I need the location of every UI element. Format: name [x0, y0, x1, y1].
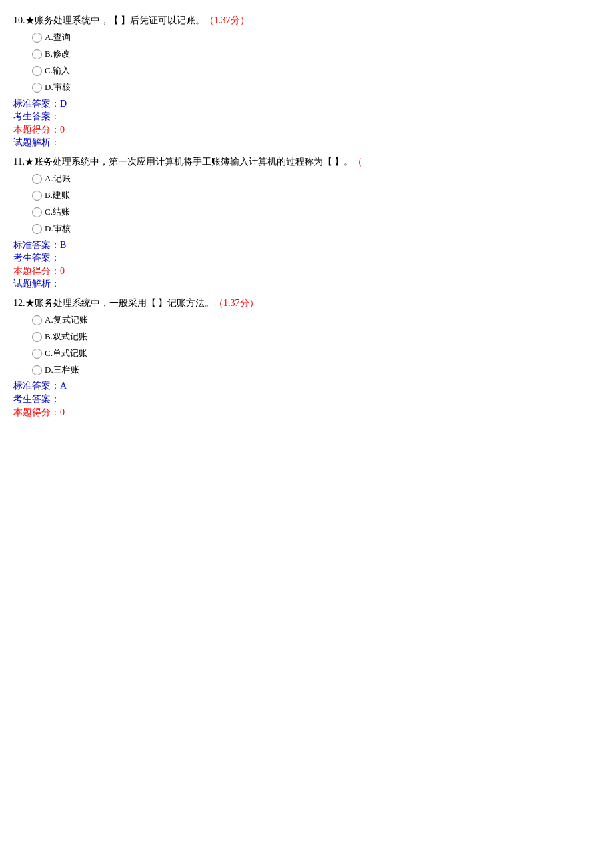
option-a[interactable]: A.记账 — [32, 172, 600, 186]
option-label: C.单式记账 — [45, 347, 87, 361]
question-11: 11.★账务处理系统中，第一次应用计算机将手工账簿输入计算机的过程称为【 】。（… — [13, 155, 600, 291]
options-list: A.查询 B.修改 C.输入 D.审核 — [13, 31, 600, 94]
option-d[interactable]: D.三栏账 — [32, 363, 600, 377]
option-d[interactable]: D.审核 — [32, 222, 600, 236]
standard-answer: 标准答案：A — [13, 379, 600, 393]
question-analysis: 试题解析： — [13, 277, 600, 291]
question-star: ★ — [25, 298, 35, 308]
question-score-earned: 本题得分：0 — [13, 265, 600, 278]
answer-section: 标准答案：B 考生答案： 本题得分：0 试题解析： — [13, 239, 600, 291]
question-text: 账务处理系统中，【 】后凭证可以记账。 — [35, 15, 205, 25]
student-answer: 考生答案： — [13, 110, 600, 123]
option-label: A.复式记账 — [45, 313, 88, 327]
radio-icon — [32, 66, 42, 76]
standard-answer: 标准答案：D — [13, 97, 600, 111]
option-a[interactable]: A.复式记账 — [32, 313, 600, 327]
option-c[interactable]: C.结账 — [32, 205, 600, 219]
option-label: D.审核 — [45, 222, 71, 236]
radio-icon — [32, 33, 42, 43]
question-header: 12.★账务处理系统中，一般采用【 】记账方法。（1.37分） — [13, 296, 600, 311]
student-answer: 考生答案： — [13, 251, 600, 265]
question-number: 12. — [13, 298, 25, 308]
question-score: （1.37分） — [205, 15, 249, 25]
question-score: （1.37分） — [214, 298, 259, 308]
option-c[interactable]: C.输入 — [32, 64, 600, 78]
answer-section: 标准答案：D 考生答案： 本题得分：0 试题解析： — [13, 97, 600, 149]
question-header: 11.★账务处理系统中，第一次应用计算机将手工账簿输入计算机的过程称为【 】。（ — [13, 155, 600, 169]
option-label: D.审核 — [45, 81, 71, 95]
option-b[interactable]: B.建账 — [32, 189, 600, 203]
question-header: 10.★账务处理系统中，【 】后凭证可以记账。（1.37分） — [13, 13, 600, 28]
question-score: （ — [353, 157, 362, 167]
option-b[interactable]: B.修改 — [32, 47, 600, 61]
option-label: B.建账 — [45, 189, 70, 203]
question-text: 账务处理系统中，一般采用【 】记账方法。 — [35, 298, 215, 308]
options-list: A.复式记账 B.双式记账 C.单式记账 D.三栏账 — [13, 313, 600, 377]
options-list: A.记账 B.建账 C.结账 D.审核 — [13, 172, 600, 235]
option-c[interactable]: C.单式记账 — [32, 347, 600, 361]
radio-icon — [32, 49, 42, 59]
answer-section: 标准答案：A 考生答案： 本题得分：0 — [13, 379, 600, 419]
standard-answer: 标准答案：B — [13, 239, 600, 252]
option-d[interactable]: D.审核 — [32, 81, 600, 95]
option-label: C.结账 — [45, 205, 70, 219]
option-label: A.查询 — [45, 31, 71, 45]
student-answer: 考生答案： — [13, 393, 600, 406]
quiz-container: 10.★账务处理系统中，【 】后凭证可以记账。（1.37分） A.查询 B.修改… — [13, 13, 600, 419]
radio-icon — [32, 191, 42, 201]
radio-icon — [32, 315, 42, 325]
radio-icon — [32, 365, 42, 375]
question-star: ★ — [25, 15, 35, 25]
option-b[interactable]: B.双式记账 — [32, 330, 600, 344]
radio-icon — [32, 224, 42, 234]
question-analysis: 试题解析： — [13, 136, 600, 149]
radio-icon — [32, 332, 42, 342]
option-label: D.三栏账 — [45, 363, 79, 377]
option-a[interactable]: A.查询 — [32, 31, 600, 45]
question-10: 10.★账务处理系统中，【 】后凭证可以记账。（1.37分） A.查询 B.修改… — [13, 13, 600, 149]
question-text: 账务处理系统中，第一次应用计算机将手工账簿输入计算机的过程称为【 】。 — [34, 157, 354, 167]
question-number: 11. — [13, 157, 25, 167]
question-score-earned: 本题得分：0 — [13, 123, 600, 137]
question-score-earned: 本题得分：0 — [13, 406, 600, 419]
option-label: C.输入 — [45, 64, 70, 78]
option-label: B.修改 — [45, 47, 70, 61]
option-label: A.记账 — [45, 172, 71, 186]
radio-icon — [32, 349, 42, 359]
radio-icon — [32, 207, 42, 217]
question-number: 10. — [13, 15, 25, 25]
radio-icon — [32, 174, 42, 184]
question-star: ★ — [25, 157, 34, 167]
radio-icon — [32, 83, 42, 93]
option-label: B.双式记账 — [45, 330, 87, 344]
question-12: 12.★账务处理系统中，一般采用【 】记账方法。（1.37分） A.复式记账 B… — [13, 296, 600, 419]
